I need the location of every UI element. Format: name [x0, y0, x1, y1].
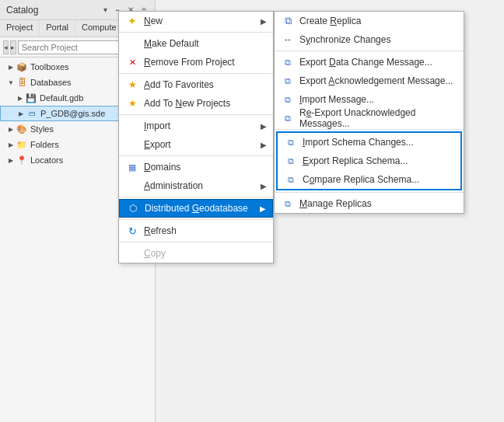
- new-projects-icon: ★: [125, 96, 139, 110]
- ctx-import[interactable]: Import ▶: [119, 117, 273, 135]
- ctx-sync-label: Synchronize Changes: [299, 34, 457, 45]
- ctx-distributed-geo[interactable]: ⬡ Distributed Geodatabase ▶: [119, 199, 273, 218]
- ctx-compare-schema-label: Compare Replica Schema...: [303, 174, 454, 185]
- ctx-copy-label: Copy: [144, 248, 267, 259]
- ctx-re-export-label: Re-Export Unacknowledged Messages...: [299, 107, 457, 129]
- new-icon: ✦: [125, 14, 139, 28]
- ctx-manage-replicas-label: Manage Replicas: [299, 198, 457, 209]
- export-data-icon: ⧉: [281, 55, 295, 69]
- ctx-sep-7: [119, 242, 273, 242]
- ctx-sep-1: [119, 32, 273, 33]
- ctx-re-export[interactable]: ⧉ Re-Export Unacknowledged Messages...: [275, 109, 464, 127]
- ctx-export[interactable]: Export ▶: [119, 135, 273, 154]
- panel-title: Catalog: [6, 5, 38, 16]
- ctx2-sep-2: [275, 129, 464, 130]
- ctx-export-label: Export: [144, 139, 261, 150]
- search-input[interactable]: [18, 40, 133, 54]
- ctx-copy[interactable]: Copy: [119, 244, 273, 263]
- ctx-make-default-label: Make Default: [144, 38, 267, 49]
- ctx-administration[interactable]: Administration ▶: [119, 176, 273, 195]
- ctx-import-schema[interactable]: ⧉ Import Schema Changes...: [278, 133, 460, 152]
- expand-styles[interactable]: ▶: [6, 124, 16, 134]
- ctx-export-schema-label: Export Replica Schema...: [303, 155, 454, 166]
- ctx-domains-label: Domains: [144, 162, 267, 173]
- ctx-remove-label: Remove From Project: [144, 57, 267, 68]
- re-export-icon: ⧉: [281, 111, 295, 125]
- ctx-add-new-projects-label: Add To New Projects: [144, 98, 267, 109]
- styles-icon: 🎨: [16, 123, 28, 135]
- ctx-compare-schema[interactable]: ⧉ Compare Replica Schema...: [278, 170, 460, 189]
- make-default-icon: [125, 37, 139, 51]
- expand-locators[interactable]: ▶: [6, 155, 16, 165]
- ctx-new-label: New: [144, 16, 261, 26]
- ctx2-sep-1: [275, 51, 464, 51]
- ctx-add-favorites-label: Add To Favorites: [144, 79, 267, 90]
- ctx-sep-3: [119, 114, 273, 115]
- tab-portal[interactable]: Portal: [40, 20, 75, 37]
- create-replica-icon: ⧉: [281, 14, 295, 28]
- ctx-import-schema-label: Import Schema Changes...: [303, 137, 454, 148]
- export-schema-icon: ⧉: [284, 154, 298, 168]
- folders-label: Folders: [30, 140, 59, 149]
- ctx-remove[interactable]: ✕ Remove From Project: [119, 53, 273, 71]
- ctx-add-new-projects[interactable]: ★ Add To New Projects: [119, 94, 273, 113]
- expand-p-gdb[interactable]: ▶: [16, 109, 26, 118]
- administration-icon: [125, 179, 139, 193]
- import-schema-icon: ⧉: [284, 135, 298, 149]
- sde-icon: 🗃: [26, 107, 38, 120]
- ctx-add-favorites[interactable]: ★ Add To Favorites: [119, 75, 273, 94]
- styles-label: Styles: [30, 124, 54, 134]
- ctx-import-arrow: ▶: [261, 122, 267, 131]
- back-button[interactable]: ◂: [3, 40, 9, 54]
- ctx2-sep-3: [275, 192, 464, 193]
- ctx-distributed-arrow: ▶: [260, 204, 266, 213]
- expand-folders[interactable]: ▶: [6, 140, 16, 149]
- ctx-sep-4: [119, 155, 273, 156]
- expand-toolboxes[interactable]: ▶: [6, 62, 16, 71]
- tab-compute[interactable]: Compute: [75, 20, 124, 37]
- ctx-sep-2: [119, 73, 273, 74]
- expand-databases[interactable]: ▼: [6, 78, 16, 87]
- default-gdb-label: Default.gdb: [40, 93, 83, 103]
- ctx-export-data-label: Export Data Change Message...: [299, 57, 457, 68]
- locators-icon: 📍: [16, 154, 28, 166]
- expand-default-gdb[interactable]: ▶: [16, 93, 25, 103]
- domains-icon: ▦: [125, 160, 139, 174]
- ctx-sync-changes[interactable]: ↔ Synchronize Changes: [275, 30, 464, 49]
- ctx-schema-group: ⧉ Import Schema Changes... ⧉ Export Repl…: [276, 131, 462, 190]
- tab-project[interactable]: Project: [0, 20, 40, 37]
- ctx-new[interactable]: ✦ New ▶: [119, 12, 273, 30]
- ctx-create-replica-label: Create Replica: [299, 16, 457, 26]
- ctx-refresh[interactable]: ↻ Refresh: [119, 221, 273, 240]
- ctx-export-data-change[interactable]: ⧉ Export Data Change Message...: [275, 53, 464, 71]
- refresh-icon: ↻: [125, 224, 139, 238]
- favorites-icon: ★: [125, 78, 139, 92]
- pin-icon[interactable]: ▾: [101, 5, 110, 15]
- forward-button[interactable]: ▸: [10, 40, 16, 54]
- toolboxes-icon: 📦: [16, 61, 28, 73]
- manage-replicas-icon: ⧉: [281, 197, 295, 211]
- ctx-administration-label: Administration: [144, 180, 261, 191]
- compare-schema-icon: ⧉: [284, 173, 298, 187]
- locators-label: Locators: [30, 155, 63, 165]
- ctx-import-message[interactable]: ⧉ Import Message...: [275, 90, 464, 109]
- ctx-export-ack[interactable]: ⧉ Export Acknowledgement Message...: [275, 71, 464, 90]
- ctx-export-ack-label: Export Acknowledgement Message...: [299, 75, 457, 86]
- gdb-icon: 💾: [25, 92, 37, 104]
- context-menu-2: ⧉ Create Replica ↔ Synchronize Changes ⧉…: [274, 11, 464, 214]
- distributed-geo-icon: ⬡: [126, 201, 140, 215]
- remove-icon: ✕: [125, 55, 139, 69]
- ctx-domains[interactable]: ▦ Domains: [119, 158, 273, 176]
- ctx-export-replica-schema[interactable]: ⧉ Export Replica Schema...: [278, 152, 460, 170]
- ctx-create-replica[interactable]: ⧉ Create Replica: [275, 12, 464, 30]
- ctx-refresh-label: Refresh: [144, 225, 267, 236]
- context-menu-1: ✦ New ▶ Make Default ✕ Remove From Proje…: [118, 11, 274, 263]
- copy-icon: [125, 246, 139, 260]
- ctx-manage-replicas[interactable]: ⧉ Manage Replicas: [275, 194, 464, 213]
- ctx-make-default[interactable]: Make Default: [119, 34, 273, 53]
- export-ack-icon: ⧉: [281, 74, 295, 88]
- ctx-import-label: Import: [144, 120, 261, 131]
- ctx-import-msg-label: Import Message...: [299, 94, 457, 105]
- ctx-new-arrow: ▶: [261, 17, 267, 26]
- toolboxes-label: Toolboxes: [30, 62, 69, 71]
